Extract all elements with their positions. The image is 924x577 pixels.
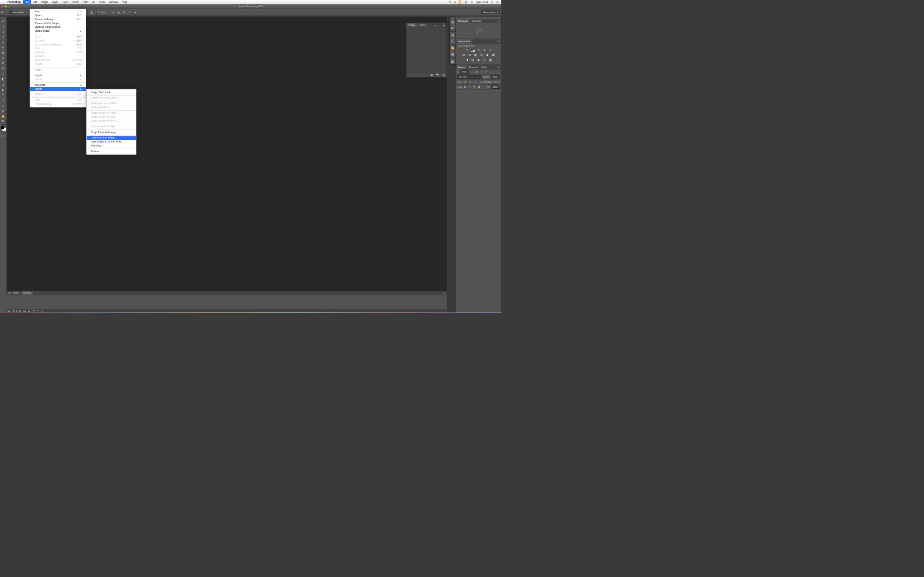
file-menu-item-3[interactable]: Browse in Mini Bridge... [30,22,86,26]
menu-select[interactable]: Select [69,0,81,4]
clock-text[interactable]: qua 17:33 [477,1,488,3]
scripts-menu-item-19[interactable]: Browse... [87,150,136,154]
rectangle-tool[interactable]: ▭ [0,108,6,114]
posterize-icon[interactable]: ▤ [471,58,475,62]
create-document-from-state-icon[interactable]: ▣ [430,73,433,77]
sync-icon[interactable]: ⟳ [449,0,451,3]
dodge-tool[interactable]: ◐ [0,87,6,93]
crop-tool[interactable]: ✂ [0,40,6,45]
file-menu-item-5[interactable]: Open Recent [30,29,86,33]
menu-filter[interactable]: Filter [81,0,90,4]
file-menu-item-21[interactable]: Automate [30,83,86,87]
layers-panel-menu-icon[interactable]: ▾≡ [496,66,501,69]
threshold-icon[interactable]: ◐ [477,58,480,62]
dock-info-icon[interactable]: ⓘ [450,38,456,44]
pen-tool[interactable]: ✒ [0,92,6,98]
tab-channels[interactable]: Channels [467,65,480,69]
app-name[interactable]: Photoshop [5,1,23,3]
eraser-tool[interactable]: ▱ [0,71,6,77]
fill-value[interactable]: 100% [491,85,499,89]
photo-filter-icon[interactable]: ◎ [480,53,483,56]
type-tool[interactable]: T [0,98,6,103]
vibrance-icon[interactable]: ▽ [489,48,492,52]
3d-rotate-icon[interactable]: ◎ [111,10,115,15]
close-window-button[interactable] [1,5,3,8]
histogram-panel-menu-icon[interactable]: ▾≡ [496,20,501,23]
color-balance-icon[interactable]: ⚖ [468,53,472,56]
workspace-switcher[interactable]: Photography ⇅ [481,10,500,14]
tab-paths[interactable]: Paths [480,65,489,69]
minimize-window-button[interactable] [5,5,7,8]
file-menu-item-1[interactable]: Open...⌘O [30,14,86,18]
unify-style-icon[interactable]: fx [473,81,477,83]
menu-view[interactable]: View [97,0,107,4]
magic-wand-tool[interactable]: ✦ [0,34,6,40]
dock-color-icon[interactable]: 🎨 [450,45,456,51]
dock-actions-icon[interactable]: ▶ [450,25,456,31]
layer-filter-kind[interactable]: Kind ÷ [460,70,469,74]
brightness-contrast-icon[interactable]: ☀ [465,48,469,52]
blend-mode-select[interactable]: Normal [457,76,481,79]
lock-position-icon[interactable]: ✥ [473,85,477,89]
menu-layer[interactable]: Layer [50,0,60,4]
tab-mini-bridge[interactable]: Mini Bridge [6,291,21,295]
color-lookup-icon[interactable]: ▦ [492,53,495,56]
marquee-tool[interactable]: ◌ [0,24,6,29]
wifi-icon[interactable]: 📶 [459,0,462,3]
filter-adjustment-icon[interactable]: ◐ [475,70,478,73]
menu-edit[interactable]: Edit [31,0,39,4]
auto-select-checkbox[interactable] [10,11,12,14]
quick-mask-toggle[interactable]: ◻ [2,134,5,137]
selective-color-icon[interactable]: ▣ [489,58,492,62]
filter-type-icon[interactable]: T [480,71,483,73]
tab-timeline[interactable]: Timeline [21,291,33,295]
file-menu-item-2[interactable]: Browse in Bridge...⌥⌘O [30,18,86,22]
tab-navigator[interactable]: Navigator [470,19,483,23]
hue-saturation-icon[interactable]: ▥ [462,53,466,56]
delete-state-icon[interactable]: 🗑 [442,73,446,77]
gradient-map-icon[interactable]: ▭ [483,58,486,62]
filter-pixel-icon[interactable]: ▫ [470,71,474,73]
menu-help[interactable]: Help [120,0,129,4]
levels-icon[interactable]: ▁▃ [471,48,475,52]
black-white-icon[interactable]: ◧ [474,53,478,56]
lock-image-icon[interactable]: ✎ [468,85,472,89]
filter-shape-icon[interactable]: ▱ [485,70,488,73]
curves-icon[interactable]: ∿ [477,48,480,52]
dock-history-icon[interactable]: ▥ [450,19,456,25]
scripts-menu-item-15[interactable]: Load Files into Stack... [87,136,136,140]
tab-layers[interactable]: Layers [456,65,467,69]
move-tool[interactable]: ▸⁺ [0,19,6,24]
notification-center-icon[interactable]: ☰ [496,0,498,3]
zoom-window-button[interactable] [8,5,10,8]
lock-all-icon[interactable]: 🔒 [478,85,481,89]
unify-visibility-icon[interactable]: ⊙ [468,81,472,83]
dock-swatches-icon[interactable]: ▦ [450,51,456,56]
scripts-menu-item-17[interactable]: Statistics... [87,144,136,148]
clone-stamp-tool[interactable]: ⚒ [0,61,6,66]
scripts-menu-item-13[interactable]: Script Events Manager... [87,131,136,134]
zoom-tool[interactable]: 🔍 [0,119,6,124]
file-menu-item-4[interactable]: Open as Smart Object... [30,25,86,29]
file-menu-item-18[interactable]: Import [30,74,86,77]
exposure-icon[interactable]: ± [483,48,486,52]
menu-type[interactable]: Type [60,0,69,4]
tab-history[interactable]: History [406,23,417,27]
tab-actions[interactable]: Actions [417,23,428,27]
propagate-checkbox[interactable]: ✓ [480,81,482,83]
bottom-panel-menu-icon[interactable]: ▾≡ [442,292,447,294]
dock-styles-icon[interactable]: ◧ [450,58,456,64]
history-brush-tool[interactable]: ↺ [0,66,6,71]
tab-adjustments[interactable]: Adjustments [456,39,472,44]
volume-icon[interactable]: 🔊 [465,0,468,3]
menu-file[interactable]: File [23,0,31,4]
unify-position-icon[interactable]: ⊕ [464,81,467,83]
lock-transparency-icon[interactable]: ▦ [464,85,467,89]
blur-tool[interactable]: ▲ [0,82,6,87]
opacity-value[interactable]: 100% [491,76,499,79]
file-menu-item-0[interactable]: New...⌘N [30,10,86,14]
filter-smart-icon[interactable]: ▫ [489,71,493,73]
move-tool-icon[interactable]: ▸⁺ [2,10,6,14]
channel-mixer-icon[interactable]: ◆ [486,53,489,56]
dock-properties-icon[interactable]: ▤ [450,32,456,38]
